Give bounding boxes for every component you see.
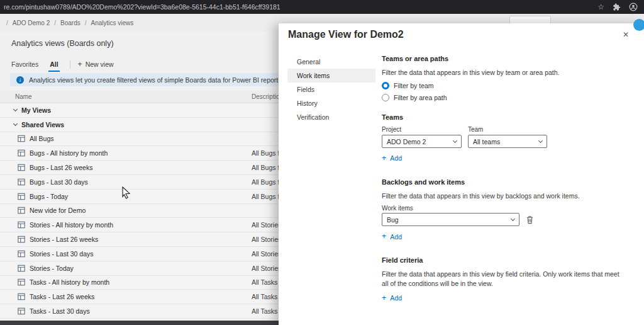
analytics-view-icon: [18, 293, 25, 300]
screen: re.com/pintushaw0789/ADO%20Demo%202?view…: [0, 0, 644, 325]
analytics-view-icon: [18, 149, 25, 157]
analytics-view-icon: [18, 265, 25, 272]
dialog-nav-item[interactable]: Verification: [287, 110, 375, 124]
extensions-icon[interactable]: [613, 3, 621, 11]
project-dropdown[interactable]: ADO Demo 2: [382, 135, 462, 148]
teams-select-row: ADO Demo 2 All teams: [382, 135, 626, 148]
new-view-button[interactable]: + New view: [78, 60, 114, 68]
add-field-criteria-label: Add: [390, 294, 402, 302]
view-name: Stories - Last 26 weeks: [30, 236, 98, 243]
breadcrumb-separator: /: [85, 20, 87, 26]
radio-icon: [382, 94, 389, 101]
dialog-nav: General Work items Fields History Verifi…: [279, 55, 375, 124]
analytics-view-icon: [18, 135, 25, 142]
analytics-view-icon: [18, 221, 25, 229]
teams-field-labels: Project Team: [382, 126, 626, 133]
tab-all[interactable]: All: [50, 60, 58, 68]
address-bar-url[interactable]: re.com/pintushaw0789/ADO%20Demo%202?view…: [0, 3, 280, 11]
view-name: Tasks - Last 30 days: [30, 307, 90, 315]
chevron-down-icon[interactable]: [13, 122, 18, 126]
plus-icon: +: [382, 294, 386, 302]
add-field-criteria-button[interactable]: + Add: [382, 294, 402, 302]
chevron-down-icon: [453, 139, 457, 143]
plus-icon: +: [382, 154, 386, 162]
view-name: All Bugs: [30, 135, 54, 142]
view-name: Bugs - All history by month: [30, 149, 108, 157]
team-dropdown-value: All teams: [473, 138, 500, 145]
teams-section-description: Filter the data that appears in this vie…: [382, 68, 626, 77]
view-name: Bugs - Last 26 weeks: [30, 164, 92, 171]
filter-by-area-radio[interactable]: Filter by area path: [382, 93, 626, 102]
filter-by-area-label: Filter by area path: [394, 94, 447, 101]
dialog-nav-item-label: History: [297, 100, 318, 107]
tab-bar: Favorites All + New view: [11, 57, 114, 72]
browser-profile-icon[interactable]: [629, 3, 638, 11]
column-header-name[interactable]: Name: [0, 93, 32, 100]
field-criteria-description: Filter the data that appears in this vie…: [382, 270, 626, 287]
plus-icon: +: [78, 60, 82, 68]
add-work-item-button[interactable]: + Add: [382, 232, 402, 241]
filter-by-team-label: Filter by team: [394, 82, 434, 89]
close-icon[interactable]: ✕: [623, 31, 629, 38]
dialog-nav-item-label: General: [297, 58, 320, 66]
dialog-nav-item[interactable]: Work items: [287, 69, 375, 83]
analytics-view-icon: [18, 164, 25, 171]
analytics-view-icon: [18, 236, 25, 243]
field-criteria-heading: Field criteria: [382, 256, 626, 264]
tab-divider: [70, 60, 70, 69]
filter-by-team-radio[interactable]: Filter by team: [382, 81, 626, 90]
view-name: Tasks - Last 26 weeks: [30, 293, 94, 300]
breadcrumb-project[interactable]: ADO Demo 2: [13, 20, 50, 26]
view-name: Stories - All history by month: [30, 221, 113, 229]
work-item-dropdown[interactable]: Bug: [382, 213, 519, 226]
teams-or-area-paths-heading: Teams or area paths: [382, 55, 626, 62]
delete-work-item-button[interactable]: [526, 215, 534, 224]
radio-icon: [382, 82, 389, 89]
breadcrumb-separator: /: [54, 20, 56, 26]
view-name: Bugs - Today: [30, 193, 68, 200]
chevron-down-icon: [538, 139, 543, 143]
manage-view-dialog: Manage View for Demo2 ✕ General Work ite…: [279, 23, 644, 325]
view-name: Bugs - Last 30 days: [30, 178, 88, 186]
dialog-nav-item-label: Verification: [297, 113, 329, 121]
view-name: My Views: [21, 106, 51, 114]
team-dropdown[interactable]: All teams: [468, 135, 547, 148]
chevron-down-icon[interactable]: [13, 107, 18, 111]
breadcrumb-analytics-views[interactable]: Analytics views: [91, 20, 134, 26]
dialog-nav-item[interactable]: General: [287, 55, 375, 69]
chevron-down-icon: [511, 217, 515, 221]
analytics-view-icon: [18, 250, 25, 258]
add-team-button[interactable]: + Add: [382, 154, 402, 162]
analytics-view-icon: [18, 193, 25, 200]
view-name: Stories - Last 30 days: [30, 250, 94, 258]
add-work-item-label: Add: [390, 233, 402, 241]
project-dropdown-value: ADO Demo 2: [387, 138, 426, 145]
breadcrumb-separator: /: [6, 20, 8, 26]
teams-heading: Teams: [382, 113, 626, 121]
project-label: Project: [382, 126, 468, 133]
analytics-view-icon: [18, 178, 25, 186]
tab-favorites[interactable]: Favorites: [11, 60, 38, 68]
bookmark-star-icon[interactable]: ☆: [597, 3, 604, 11]
dialog-nav-item[interactable]: History: [287, 96, 375, 110]
page-title: Analytics views (Boards only): [11, 39, 114, 48]
browser-bar: re.com/pintushaw0789/ADO%20Demo%202?view…: [0, 0, 644, 14]
backlogs-description: Filter the data that appears in this vie…: [382, 191, 626, 200]
dialog-title: Manage View for Demo2: [288, 29, 404, 40]
partial-bottom-row: [0, 321, 283, 325]
dialog-nav-item-label: Fields: [297, 86, 314, 93]
breadcrumb-boards[interactable]: Boards: [60, 20, 80, 26]
team-label: Team: [468, 126, 483, 133]
avatar[interactable]: [633, 19, 644, 31]
dialog-nav-item[interactable]: Fields: [287, 83, 375, 96]
add-team-label: Add: [390, 154, 402, 162]
info-icon: i: [16, 76, 24, 84]
view-name: Stories - Today: [30, 265, 74, 272]
new-view-label: New view: [86, 60, 114, 68]
view-name: Shared Views: [21, 121, 64, 128]
analytics-view-icon: [18, 278, 25, 286]
analytics-view-icon: [18, 307, 25, 315]
work-items-label: Work items: [382, 205, 626, 212]
dialog-content: Teams or area paths Filter the data that…: [382, 51, 626, 303]
dialog-nav-item-label: Work items: [297, 72, 330, 79]
